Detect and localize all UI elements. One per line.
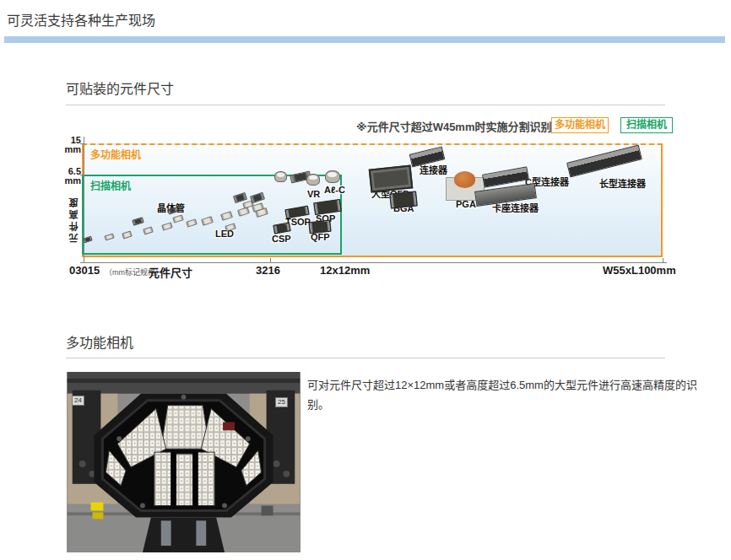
label-connector: 连接器 — [420, 163, 447, 176]
camera-description: 可对元件尺寸超过12×12mm或者高度超过6.5mm的大型元件进行高速高精度的识… — [307, 376, 711, 415]
multifunction-region-label: 多功能相机 — [90, 147, 141, 161]
x-tick-w55 — [663, 258, 663, 262]
section1-title: 可贴装的元件尺寸 — [66, 78, 174, 98]
x-tick-label-3216: 3216 — [256, 264, 280, 277]
section2-title: 多功能相机 — [66, 331, 133, 352]
section1-divider — [66, 105, 665, 105]
y-tick-unit: mm — [59, 145, 81, 154]
component-chip — [306, 174, 320, 186]
y-tick-label-15mm: 15 mm — [59, 136, 81, 154]
camera-photo: 24 25 — [67, 372, 301, 552]
component-chip — [369, 164, 414, 192]
x-tick-label-w55xl100: W55xL100mm — [603, 264, 676, 277]
page-title: 可灵活支持各种生产现场 — [7, 9, 155, 30]
x-origin-label: 03015 — [69, 264, 100, 277]
section2-divider — [66, 358, 665, 358]
badge-scan-camera: 扫描相机 — [620, 117, 673, 133]
x-tick-3216 — [270, 258, 271, 262]
label-long-connector: 长型连接器 — [599, 176, 646, 190]
x-axis-title: 元件尺寸 — [149, 264, 192, 280]
photo-marker-25: 25 — [275, 397, 288, 407]
component-chip — [274, 171, 287, 182]
component-chip — [389, 191, 418, 208]
y-axis — [84, 137, 84, 263]
label-al-c: Aℓ-C — [324, 185, 345, 195]
scan-region-label: 扫描相机 — [90, 178, 131, 192]
component-chip — [325, 170, 340, 183]
y-tick-unit: mm — [59, 176, 81, 186]
y-tick-label-6-5mm: 6.5 mm — [59, 167, 81, 186]
y-axis-title: 元件高度 — [68, 196, 81, 243]
label-csp: CSP — [272, 234, 291, 244]
camera-photo-illustration — [67, 372, 301, 552]
label-vr: VR — [307, 189, 320, 199]
component-chip — [308, 220, 331, 234]
badge-multifunction-camera: 多功能相机 — [551, 117, 609, 133]
photo-marker-24: 24 — [72, 396, 84, 406]
x-axis — [80, 262, 667, 263]
header-accent-bar — [4, 36, 725, 43]
x-tick-label-12x12: 12x12mm — [320, 264, 370, 277]
split-recognition-note: ※元件尺寸超过W45mm时实施分割识别 — [356, 118, 552, 134]
